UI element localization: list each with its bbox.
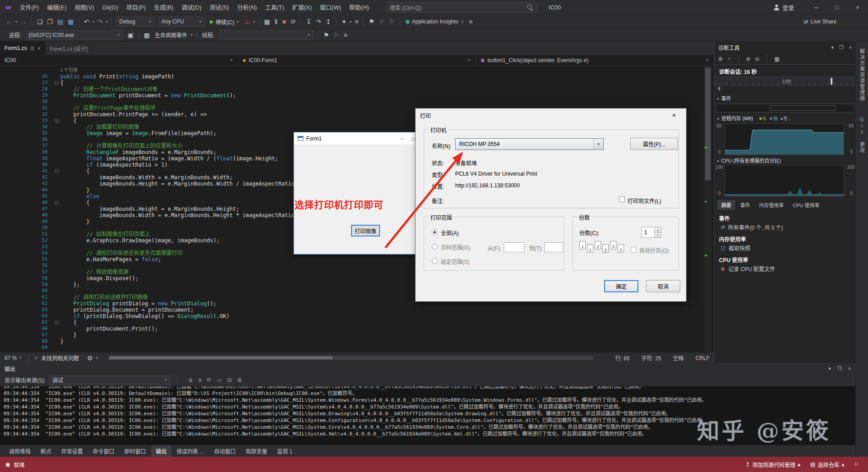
panel-tab[interactable]: 异常设置 — [57, 445, 87, 457]
flag-icon[interactable]: ⚐ — [334, 32, 339, 38]
nav-back-icon[interactable]: ← — [6, 18, 12, 25]
stop-icon[interactable]: ■ — [282, 18, 286, 25]
menu-item[interactable]: 工具(T) — [261, 0, 289, 15]
chevron-down-icon[interactable]: ▾ — [350, 20, 352, 24]
maximize-button[interactable]: □ — [827, 0, 847, 15]
add-to-source-control-button[interactable]: ↥ 添加到源代码管理 ▴ — [746, 461, 800, 468]
chevron-down-icon[interactable]: ▾ — [106, 20, 108, 24]
lines-icon[interactable]: ≣ — [237, 377, 242, 383]
zoom-in-icon[interactable]: ⊕ — [746, 56, 750, 62]
new-file-icon[interactable]: ❏ — [37, 18, 43, 25]
timeline-ruler[interactable]: 10秒 — [714, 77, 855, 86]
memory-badge[interactable]: ▼快 — [769, 116, 778, 121]
print-dialog[interactable]: 打印 × 打印机 名称(N): RICOH MP 3554 ▾ 属性(P)...… — [415, 108, 687, 302]
form1-window[interactable]: Form1 ─ □ × 打印图像 — [294, 132, 429, 254]
events-section-header[interactable]: ▴ 事件 — [717, 95, 731, 102]
close-panel-icon[interactable]: × — [848, 366, 851, 372]
search-box[interactable]: 搜索 (Ctrl+Q) — [386, 2, 537, 13]
lifecycle-events-icon[interactable]: ▦ — [144, 32, 150, 38]
step-over-icon[interactable]: ↷ — [316, 18, 321, 25]
save-all-icon[interactable]: ▦ — [68, 18, 73, 25]
undo-icon[interactable]: ↶ — [84, 18, 90, 25]
output-source-dropdown[interactable]: 调试 ▾ — [49, 376, 171, 385]
printer-name-dropdown[interactable]: RICOH MP 3554 ▾ — [455, 138, 604, 150]
minimize-button[interactable]: ─ — [401, 136, 404, 141]
menu-item[interactable]: 测试(S) — [205, 0, 233, 15]
fold-collapse-icon[interactable]: − — [55, 169, 59, 173]
application-insights-button[interactable]: Application Insights▾≡ — [406, 18, 475, 25]
menu-item[interactable]: 帮助(H) — [345, 0, 373, 15]
solution-platform-dropdown[interactable]: Any CPU▾ — [158, 17, 205, 27]
restore-panel-icon[interactable]: ❐ — [837, 366, 842, 372]
collate-checkbox[interactable] — [631, 247, 637, 253]
pause-icon[interactable]: Ⅱ — [718, 86, 720, 91]
chevron-down-icon[interactable]: ▾ — [92, 20, 94, 24]
code-cleanup-icon[interactable]: ✦ — [341, 18, 347, 25]
save-icon[interactable]: ▤ — [57, 18, 63, 25]
chevron-down-icon[interactable]: ▾ — [191, 33, 193, 37]
fold-collapse-icon[interactable]: − — [55, 321, 59, 325]
menu-item[interactable]: 生成(B) — [150, 0, 177, 15]
spin-up-icon[interactable]: ▴ — [655, 227, 661, 233]
print-to-file-checkbox[interactable] — [619, 196, 625, 202]
breadcrumb-project-dropdown[interactable]: IC00 ▾ — [0, 55, 238, 65]
panel-tab[interactable]: 监视 1 — [272, 445, 297, 457]
bookmark-prev-icon[interactable]: ⚐ — [379, 18, 385, 25]
spaces-indicator[interactable]: 空格 — [673, 354, 684, 362]
panel-tab[interactable]: 输出 — [151, 445, 171, 457]
process-dropdown[interactable]: [0x52FC] IC00.exe▾ — [26, 30, 123, 40]
zoom-level-dropdown[interactable]: 87 % ▾ — [5, 355, 22, 361]
menu-item[interactable]: 视图(V) — [71, 0, 98, 15]
solution-config-dropdown[interactable]: Debug▾ — [116, 17, 155, 27]
range-all-radio[interactable] — [432, 229, 438, 235]
panel-tab[interactable]: 命令窗口 — [88, 445, 119, 457]
spin-down-icon[interactable]: ▾ — [655, 233, 661, 238]
close-button[interactable]: × — [847, 0, 868, 15]
chevron-down-icon[interactable]: ▾ — [253, 20, 255, 24]
menu-item[interactable]: 调试(D) — [177, 0, 205, 15]
continue-button[interactable]: ▶继续(C)▾ — [210, 18, 240, 26]
cpu-section-header[interactable]: ▴ CPU (所有处理器的百分比) — [717, 157, 781, 164]
panel-tab[interactable]: 错误列表 ... — [172, 445, 208, 457]
graph-icon[interactable]: ▦ — [264, 18, 270, 25]
tool-window-tab[interactable]: Git 更改 — [859, 117, 866, 154]
timeline-marker[interactable] — [831, 78, 832, 85]
hot-reload-icon[interactable]: ♨ — [244, 18, 250, 25]
step-into-icon[interactable]: ↧ — [306, 18, 312, 25]
from-input[interactable] — [504, 242, 524, 252]
form1-title-bar[interactable]: Form1 ─ □ × — [294, 132, 428, 145]
editor-vertical-scrollbar[interactable] — [704, 66, 712, 352]
notifications-icon[interactable]: ⚐ — [854, 461, 859, 467]
fold-collapse-icon[interactable]: − — [55, 119, 59, 123]
close-button[interactable]: × — [666, 112, 682, 119]
breadcrumb-class-dropdown[interactable]: ◆ IC00.Form1 ▾ — [238, 55, 476, 65]
print-dialog-title-bar[interactable]: 打印 × — [416, 109, 686, 122]
memory-badge[interactable]: ▼G — [758, 116, 766, 121]
diagnostics-tab[interactable]: 摘要 — [717, 200, 735, 210]
collapse-all-icon[interactable]: ⊟ — [227, 377, 232, 383]
scrollbar-thumb[interactable] — [109, 356, 333, 359]
step-out-icon[interactable]: ↥ — [326, 18, 331, 25]
chevron-down-icon[interactable]: ▾ — [828, 366, 831, 372]
word-wrap-icon[interactable]: ≡ — [198, 377, 201, 383]
panel-tab[interactable]: 调用堆栈 — [5, 445, 35, 457]
eol-indicator[interactable]: CRLF — [696, 355, 710, 361]
menu-item[interactable]: 编辑(E) — [43, 0, 70, 15]
close-panel-icon[interactable]: × — [849, 45, 852, 50]
printer-properties-button[interactable]: 属性(P)... — [630, 138, 678, 150]
editor-horizontal-scrollbar[interactable] — [108, 356, 593, 360]
memory-section-header[interactable]: ▴ 进程内存 (MB) ▼G▼快●专... — [717, 114, 791, 122]
select-repository-button[interactable]: ▤ 选择仓库 ▴ — [810, 461, 844, 468]
close-tab-icon[interactable]: × — [37, 45, 40, 51]
scrollbar-thumb[interactable] — [705, 68, 711, 180]
copies-stepper[interactable]: 1 ▴ ▾ — [642, 227, 661, 238]
range-pages-radio[interactable] — [432, 244, 438, 250]
stack-frame-icon[interactable]: ≡ — [344, 32, 347, 38]
document-tab[interactable]: Form1.cs [设计] — [45, 41, 93, 55]
tool-window-tab[interactable]: 解决方案资源管理器 — [859, 49, 866, 101]
options-list-icon[interactable]: ≡ — [355, 18, 358, 25]
chevron-down-icon[interactable]: ▾ — [831, 45, 834, 50]
clear-output-icon[interactable]: ▭ — [217, 377, 222, 383]
chevron-down-icon[interactable]: ▾ — [15, 20, 17, 24]
live-share-button[interactable]: ⇄ Live Share — [804, 18, 836, 25]
